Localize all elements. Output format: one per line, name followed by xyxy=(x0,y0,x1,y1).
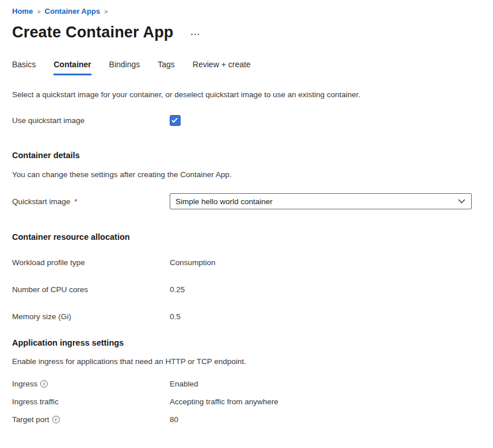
tab-basics[interactable]: Basics xyxy=(12,60,36,75)
breadcrumb: Home > Container Apps > xyxy=(12,7,481,16)
cpu-cores-value: 0.25 xyxy=(170,285,185,294)
workload-profile-label: Workload profile type xyxy=(12,258,170,267)
ingress-row: Ingress i Enabled xyxy=(12,380,481,397)
breadcrumb-link-home[interactable]: Home xyxy=(12,7,33,16)
target-port-value: 80 xyxy=(170,415,178,424)
info-icon[interactable]: i xyxy=(40,380,48,388)
checkmark-icon xyxy=(171,117,178,123)
ingress-traffic-value: Accepting traffic from anywhere xyxy=(170,397,278,406)
quickstart-image-select[interactable]: Simple hello world container xyxy=(170,193,472,209)
breadcrumb-link-container-apps[interactable]: Container Apps xyxy=(45,7,100,16)
tab-tags[interactable]: Tags xyxy=(158,60,175,75)
page-title: Create Container App xyxy=(12,24,174,41)
use-quickstart-row: Use quickstart image xyxy=(12,115,481,126)
target-port-label-text: Target port xyxy=(12,415,49,424)
breadcrumb-chevron-icon: > xyxy=(37,7,40,16)
tab-review-create[interactable]: Review + create xyxy=(193,60,251,75)
ingress-rows: Ingress i Enabled Ingress traffic Accept… xyxy=(12,380,481,433)
memory-size-value: 0.5 xyxy=(170,312,181,321)
ingress-settings-heading: Application ingress settings xyxy=(12,338,481,347)
resource-allocation-heading: Container resource allocation xyxy=(12,232,481,242)
more-options-icon[interactable]: ··· xyxy=(191,32,201,37)
quickstart-image-label: Quickstart image * xyxy=(12,197,170,206)
create-container-app-page: Home > Container Apps > Create Container… xyxy=(0,0,493,433)
workload-profile-value: Consumption xyxy=(170,258,216,267)
cpu-cores-label: Number of CPU cores xyxy=(12,285,170,294)
workload-profile-row: Workload profile type Consumption xyxy=(12,257,481,267)
ingress-traffic-label: Ingress traffic xyxy=(12,397,170,406)
container-details-heading: Container details xyxy=(12,151,481,160)
quickstart-image-row: Quickstart image * Simple hello world co… xyxy=(12,193,481,209)
target-port-label: Target port i xyxy=(12,415,170,424)
chevron-down-icon xyxy=(458,199,465,204)
ingress-traffic-label-text: Ingress traffic xyxy=(12,397,59,406)
tab-bar: Basics Container Bindings Tags Review + … xyxy=(12,60,481,75)
tab-bindings[interactable]: Bindings xyxy=(109,60,140,75)
ingress-label-text: Ingress xyxy=(12,380,37,388)
info-icon[interactable]: i xyxy=(52,416,60,423)
quickstart-description: Select a quickstart image for your conta… xyxy=(12,90,481,99)
use-quickstart-label: Use quickstart image xyxy=(12,116,170,125)
ingress-label: Ingress i xyxy=(12,380,170,388)
memory-size-label: Memory size (Gi) xyxy=(12,312,170,321)
quickstart-image-label-text: Quickstart image xyxy=(12,197,70,206)
quickstart-image-selected-value: Simple hello world container xyxy=(175,197,273,206)
ingress-traffic-row: Ingress traffic Accepting traffic from a… xyxy=(12,397,481,415)
cpu-cores-row: Number of CPU cores 0.25 xyxy=(12,284,481,294)
breadcrumb-chevron-icon: > xyxy=(104,7,108,16)
container-details-note: You can change these settings after crea… xyxy=(12,170,481,179)
use-quickstart-checkbox[interactable] xyxy=(170,115,181,126)
ingress-value: Enabled xyxy=(170,380,198,388)
memory-size-row: Memory size (Gi) 0.5 xyxy=(12,311,481,321)
title-row: Create Container App ··· xyxy=(12,24,481,41)
required-marker: * xyxy=(74,197,77,206)
tab-container[interactable]: Container xyxy=(53,60,91,75)
ingress-description: Enable ingress for applications that nee… xyxy=(12,357,481,366)
target-port-row: Target port i 80 xyxy=(12,415,481,433)
